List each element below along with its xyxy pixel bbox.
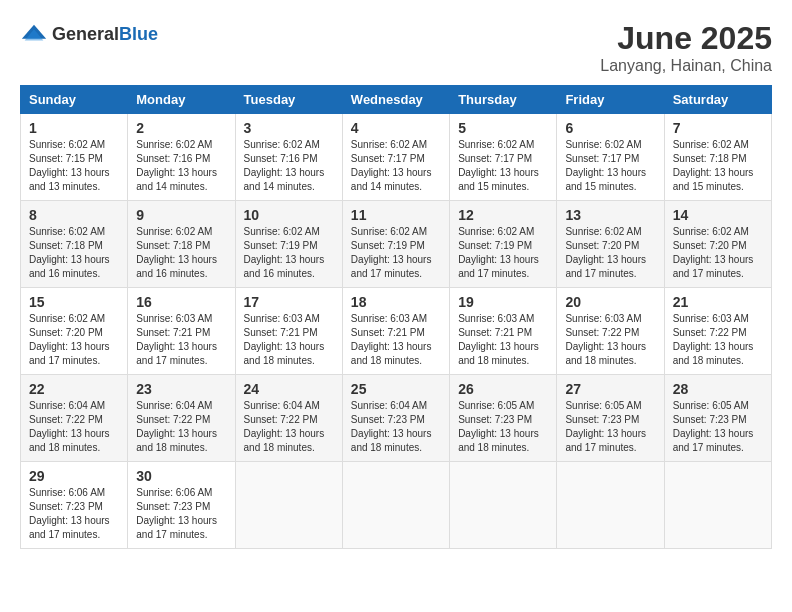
day-number: 12 bbox=[458, 207, 548, 223]
col-saturday: Saturday bbox=[664, 86, 771, 114]
day-info: Sunrise: 6:02 AM Sunset: 7:16 PM Dayligh… bbox=[244, 138, 334, 194]
day-info: Sunrise: 6:04 AM Sunset: 7:23 PM Dayligh… bbox=[351, 399, 441, 455]
calendar-header-row: Sunday Monday Tuesday Wednesday Thursday… bbox=[21, 86, 772, 114]
day-info: Sunrise: 6:02 AM Sunset: 7:20 PM Dayligh… bbox=[565, 225, 655, 281]
day-cell-3: 3 Sunrise: 6:02 AM Sunset: 7:16 PM Dayli… bbox=[235, 114, 342, 201]
col-tuesday: Tuesday bbox=[235, 86, 342, 114]
day-info: Sunrise: 6:03 AM Sunset: 7:22 PM Dayligh… bbox=[565, 312, 655, 368]
day-cell-6: 6 Sunrise: 6:02 AM Sunset: 7:17 PM Dayli… bbox=[557, 114, 664, 201]
day-cell-21: 21 Sunrise: 6:03 AM Sunset: 7:22 PM Dayl… bbox=[664, 288, 771, 375]
day-number: 20 bbox=[565, 294, 655, 310]
day-number: 21 bbox=[673, 294, 763, 310]
logo-text-blue: Blue bbox=[119, 24, 158, 44]
calendar-table: Sunday Monday Tuesday Wednesday Thursday… bbox=[20, 85, 772, 549]
calendar-week-row: 15 Sunrise: 6:02 AM Sunset: 7:20 PM Dayl… bbox=[21, 288, 772, 375]
calendar-week-row: 1 Sunrise: 6:02 AM Sunset: 7:15 PM Dayli… bbox=[21, 114, 772, 201]
calendar-week-row: 22 Sunrise: 6:04 AM Sunset: 7:22 PM Dayl… bbox=[21, 375, 772, 462]
day-cell-5: 5 Sunrise: 6:02 AM Sunset: 7:17 PM Dayli… bbox=[450, 114, 557, 201]
day-number: 5 bbox=[458, 120, 548, 136]
day-info: Sunrise: 6:06 AM Sunset: 7:23 PM Dayligh… bbox=[29, 486, 119, 542]
day-info: Sunrise: 6:03 AM Sunset: 7:21 PM Dayligh… bbox=[136, 312, 226, 368]
day-number: 28 bbox=[673, 381, 763, 397]
day-number: 18 bbox=[351, 294, 441, 310]
day-cell-20: 20 Sunrise: 6:03 AM Sunset: 7:22 PM Dayl… bbox=[557, 288, 664, 375]
day-cell-16: 16 Sunrise: 6:03 AM Sunset: 7:21 PM Dayl… bbox=[128, 288, 235, 375]
day-number: 16 bbox=[136, 294, 226, 310]
col-monday: Monday bbox=[128, 86, 235, 114]
day-info: Sunrise: 6:03 AM Sunset: 7:22 PM Dayligh… bbox=[673, 312, 763, 368]
day-number: 24 bbox=[244, 381, 334, 397]
day-cell-29: 29 Sunrise: 6:06 AM Sunset: 7:23 PM Dayl… bbox=[21, 462, 128, 549]
day-cell-23: 23 Sunrise: 6:04 AM Sunset: 7:22 PM Dayl… bbox=[128, 375, 235, 462]
day-info: Sunrise: 6:02 AM Sunset: 7:17 PM Dayligh… bbox=[565, 138, 655, 194]
day-info: Sunrise: 6:02 AM Sunset: 7:16 PM Dayligh… bbox=[136, 138, 226, 194]
day-info: Sunrise: 6:05 AM Sunset: 7:23 PM Dayligh… bbox=[673, 399, 763, 455]
day-cell-15: 15 Sunrise: 6:02 AM Sunset: 7:20 PM Dayl… bbox=[21, 288, 128, 375]
day-number: 22 bbox=[29, 381, 119, 397]
day-cell-17: 17 Sunrise: 6:03 AM Sunset: 7:21 PM Dayl… bbox=[235, 288, 342, 375]
day-cell-2: 2 Sunrise: 6:02 AM Sunset: 7:16 PM Dayli… bbox=[128, 114, 235, 201]
day-cell-11: 11 Sunrise: 6:02 AM Sunset: 7:19 PM Dayl… bbox=[342, 201, 449, 288]
day-info: Sunrise: 6:02 AM Sunset: 7:17 PM Dayligh… bbox=[351, 138, 441, 194]
day-info: Sunrise: 6:02 AM Sunset: 7:19 PM Dayligh… bbox=[458, 225, 548, 281]
col-friday: Friday bbox=[557, 86, 664, 114]
day-number: 1 bbox=[29, 120, 119, 136]
day-number: 6 bbox=[565, 120, 655, 136]
day-number: 29 bbox=[29, 468, 119, 484]
col-thursday: Thursday bbox=[450, 86, 557, 114]
empty-cell bbox=[664, 462, 771, 549]
day-cell-13: 13 Sunrise: 6:02 AM Sunset: 7:20 PM Dayl… bbox=[557, 201, 664, 288]
day-cell-28: 28 Sunrise: 6:05 AM Sunset: 7:23 PM Dayl… bbox=[664, 375, 771, 462]
day-info: Sunrise: 6:05 AM Sunset: 7:23 PM Dayligh… bbox=[458, 399, 548, 455]
day-cell-24: 24 Sunrise: 6:04 AM Sunset: 7:22 PM Dayl… bbox=[235, 375, 342, 462]
day-number: 14 bbox=[673, 207, 763, 223]
day-number: 10 bbox=[244, 207, 334, 223]
day-info: Sunrise: 6:02 AM Sunset: 7:18 PM Dayligh… bbox=[673, 138, 763, 194]
page-header: GeneralBlue June 2025 Lanyang, Hainan, C… bbox=[20, 20, 772, 75]
day-info: Sunrise: 6:04 AM Sunset: 7:22 PM Dayligh… bbox=[244, 399, 334, 455]
day-cell-25: 25 Sunrise: 6:04 AM Sunset: 7:23 PM Dayl… bbox=[342, 375, 449, 462]
day-info: Sunrise: 6:02 AM Sunset: 7:18 PM Dayligh… bbox=[29, 225, 119, 281]
logo-icon bbox=[20, 20, 48, 48]
calendar-subtitle: Lanyang, Hainan, China bbox=[600, 57, 772, 75]
empty-cell bbox=[342, 462, 449, 549]
day-info: Sunrise: 6:03 AM Sunset: 7:21 PM Dayligh… bbox=[351, 312, 441, 368]
day-number: 7 bbox=[673, 120, 763, 136]
day-info: Sunrise: 6:02 AM Sunset: 7:15 PM Dayligh… bbox=[29, 138, 119, 194]
day-info: Sunrise: 6:04 AM Sunset: 7:22 PM Dayligh… bbox=[29, 399, 119, 455]
day-number: 15 bbox=[29, 294, 119, 310]
day-cell-1: 1 Sunrise: 6:02 AM Sunset: 7:15 PM Dayli… bbox=[21, 114, 128, 201]
day-info: Sunrise: 6:02 AM Sunset: 7:19 PM Dayligh… bbox=[351, 225, 441, 281]
day-info: Sunrise: 6:02 AM Sunset: 7:19 PM Dayligh… bbox=[244, 225, 334, 281]
day-cell-19: 19 Sunrise: 6:03 AM Sunset: 7:21 PM Dayl… bbox=[450, 288, 557, 375]
day-info: Sunrise: 6:03 AM Sunset: 7:21 PM Dayligh… bbox=[458, 312, 548, 368]
day-cell-26: 26 Sunrise: 6:05 AM Sunset: 7:23 PM Dayl… bbox=[450, 375, 557, 462]
day-number: 30 bbox=[136, 468, 226, 484]
day-number: 8 bbox=[29, 207, 119, 223]
logo-text-general: General bbox=[52, 24, 119, 44]
day-number: 9 bbox=[136, 207, 226, 223]
day-cell-27: 27 Sunrise: 6:05 AM Sunset: 7:23 PM Dayl… bbox=[557, 375, 664, 462]
day-info: Sunrise: 6:02 AM Sunset: 7:17 PM Dayligh… bbox=[458, 138, 548, 194]
day-cell-8: 8 Sunrise: 6:02 AM Sunset: 7:18 PM Dayli… bbox=[21, 201, 128, 288]
day-number: 11 bbox=[351, 207, 441, 223]
day-info: Sunrise: 6:04 AM Sunset: 7:22 PM Dayligh… bbox=[136, 399, 226, 455]
day-cell-10: 10 Sunrise: 6:02 AM Sunset: 7:19 PM Dayl… bbox=[235, 201, 342, 288]
day-number: 26 bbox=[458, 381, 548, 397]
day-cell-30: 30 Sunrise: 6:06 AM Sunset: 7:23 PM Dayl… bbox=[128, 462, 235, 549]
empty-cell bbox=[557, 462, 664, 549]
empty-cell bbox=[450, 462, 557, 549]
calendar-week-row: 8 Sunrise: 6:02 AM Sunset: 7:18 PM Dayli… bbox=[21, 201, 772, 288]
col-sunday: Sunday bbox=[21, 86, 128, 114]
logo: GeneralBlue bbox=[20, 20, 158, 48]
day-info: Sunrise: 6:06 AM Sunset: 7:23 PM Dayligh… bbox=[136, 486, 226, 542]
day-info: Sunrise: 6:03 AM Sunset: 7:21 PM Dayligh… bbox=[244, 312, 334, 368]
day-info: Sunrise: 6:02 AM Sunset: 7:20 PM Dayligh… bbox=[673, 225, 763, 281]
day-cell-18: 18 Sunrise: 6:03 AM Sunset: 7:21 PM Dayl… bbox=[342, 288, 449, 375]
calendar-week-row: 29 Sunrise: 6:06 AM Sunset: 7:23 PM Dayl… bbox=[21, 462, 772, 549]
day-cell-9: 9 Sunrise: 6:02 AM Sunset: 7:18 PM Dayli… bbox=[128, 201, 235, 288]
day-number: 13 bbox=[565, 207, 655, 223]
day-info: Sunrise: 6:02 AM Sunset: 7:18 PM Dayligh… bbox=[136, 225, 226, 281]
day-cell-7: 7 Sunrise: 6:02 AM Sunset: 7:18 PM Dayli… bbox=[664, 114, 771, 201]
day-info: Sunrise: 6:05 AM Sunset: 7:23 PM Dayligh… bbox=[565, 399, 655, 455]
